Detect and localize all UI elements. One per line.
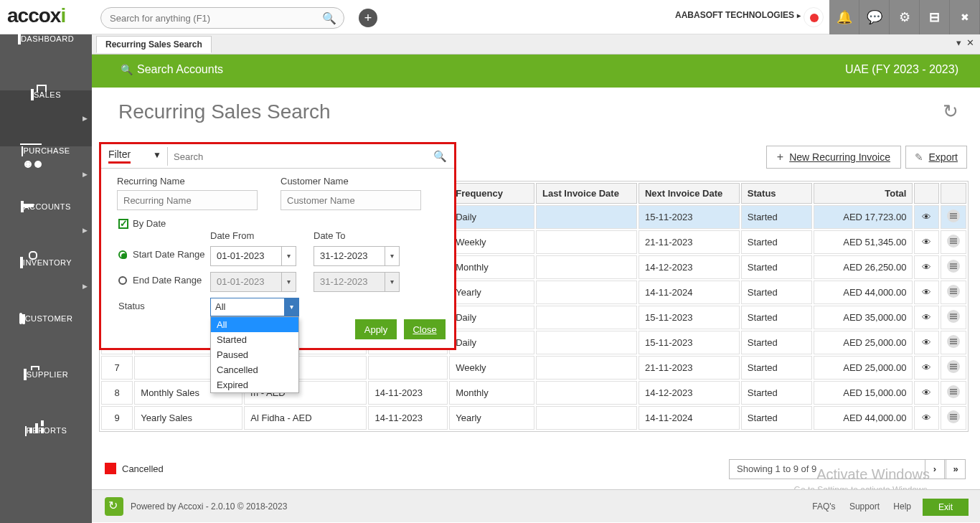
col-next[interactable]: Next Invoice Date <box>639 183 740 204</box>
filter-toggle-icon[interactable]: ▼ <box>153 150 161 160</box>
search-accounts-link[interactable]: Search Accounts <box>121 63 223 76</box>
tab-close-icon[interactable]: ✕ <box>966 37 974 48</box>
view-icon[interactable]: 👁 <box>914 281 938 304</box>
col-status[interactable]: Status <box>741 183 812 204</box>
start-date-from[interactable]: 01-01-2023▾ <box>210 246 296 266</box>
status-dropdown-list: All Started Paused Cancelled Expired <box>210 316 299 393</box>
global-search[interactable]: 🔍 <box>100 7 344 29</box>
filter-panel: Filter ▼ 🔍 Recurring Name Customer Name … <box>99 142 456 350</box>
col-menu <box>941 183 966 204</box>
add-button[interactable]: + <box>359 9 377 27</box>
col-last[interactable]: Last Invoice Date <box>536 183 637 204</box>
recurring-name-label: Recurring Name <box>117 176 185 187</box>
by-date-label: By Date <box>133 218 166 229</box>
view-icon[interactable]: 👁 <box>914 306 938 329</box>
row-menu-icon[interactable] <box>941 255 966 279</box>
new-recurring-invoice-button[interactable]: New Recurring Invoice <box>766 146 901 169</box>
view-icon[interactable]: 👁 <box>914 381 938 405</box>
filter-header: Filter ▼ 🔍 <box>101 144 454 169</box>
status-option[interactable]: Paused <box>211 347 298 362</box>
view-icon[interactable]: 👁 <box>914 255 938 279</box>
company-name[interactable]: AABASOFT TECHNOLOGIES▸ <box>675 10 801 20</box>
footer-support[interactable]: Support <box>849 501 880 512</box>
top-bar: accoxi 🔍 + AABASOFT TECHNOLOGIES▸ 🔔 💬 ⚙ … <box>0 0 980 34</box>
pager-last-icon[interactable]: » <box>946 459 966 479</box>
footer-links: FAQ's Support Help <box>801 501 911 512</box>
footer-logo-icon <box>105 497 123 516</box>
exit-button[interactable]: Exit <box>923 499 969 516</box>
global-search-input[interactable] <box>110 8 318 28</box>
close-button[interactable]: Close <box>404 319 446 339</box>
recurring-name-input[interactable] <box>117 190 258 210</box>
row-menu-icon[interactable] <box>941 381 966 405</box>
bell-icon[interactable]: 🔔 <box>829 0 859 34</box>
refresh-icon[interactable]: ↻ <box>943 100 958 123</box>
footer-faq[interactable]: FAQ's <box>812 501 835 512</box>
context-bar: Search Accounts UAE (FY 2023 - 2023) <box>92 55 980 88</box>
customer-name-label: Customer Name <box>281 176 349 187</box>
view-icon[interactable]: 👁 <box>914 406 938 430</box>
view-icon[interactable]: 👁 <box>914 205 938 229</box>
row-menu-icon[interactable] <box>941 306 966 329</box>
footer: Powered by Accoxi - 2.0.10 © 2018-2023 F… <box>92 489 980 522</box>
row-menu-icon[interactable] <box>941 205 966 229</box>
by-date-checkbox[interactable] <box>118 219 128 229</box>
footer-help[interactable]: Help <box>893 501 911 512</box>
chat-icon[interactable]: 💬 <box>859 0 890 34</box>
status-option[interactable]: Cancelled <box>211 362 298 377</box>
row-menu-icon[interactable] <box>941 230 966 254</box>
tab-dropdown-icon[interactable]: ▾ <box>956 37 961 48</box>
end-date-range-label: End Date Range <box>133 275 202 286</box>
nav-supplier[interactable]: SUPPLIER <box>0 370 92 426</box>
filter-search-icon[interactable]: 🔍 <box>433 150 447 163</box>
page-title: Recurring Sales Search <box>118 100 331 123</box>
filter-search-input[interactable] <box>167 147 433 166</box>
nav-customer[interactable]: CUSTOMER <box>0 314 92 370</box>
nav-reports[interactable]: REPORTS <box>0 426 92 482</box>
search-icon[interactable]: 🔍 <box>322 11 336 25</box>
company-avatar <box>804 7 824 27</box>
row-menu-icon[interactable] <box>941 356 966 380</box>
topbar-icons: 🔔 💬 ⚙ ⊟ ✖ <box>829 0 980 34</box>
date-to-label: Date To <box>314 230 346 241</box>
status-option[interactable]: Expired <box>211 377 298 392</box>
customer-name-input[interactable] <box>281 190 421 210</box>
status-option[interactable]: All <box>211 317 298 332</box>
table-row[interactable]: 9Yearly SalesAl Fidha - AED14-11-2023Yea… <box>101 406 966 430</box>
start-date-range-label: Start Date Range <box>133 249 204 260</box>
row-menu-icon[interactable] <box>941 406 966 430</box>
export-button[interactable]: Export <box>905 146 967 169</box>
status-select[interactable]: All▾ <box>210 298 299 316</box>
pager-text: Showing 1 to 9 of 9 <box>730 463 816 474</box>
status-option[interactable]: Started <box>211 332 298 347</box>
view-icon[interactable]: 👁 <box>914 331 938 354</box>
end-date-to: 31-12-2023▾ <box>314 272 400 292</box>
nav-sales[interactable]: SALES▶ <box>0 90 92 146</box>
start-date-to[interactable]: 31-12-2023▾ <box>314 246 400 266</box>
col-total[interactable]: Total <box>814 183 913 204</box>
view-icon[interactable]: 👁 <box>914 356 938 380</box>
nav-accounts[interactable]: ACCOUNTS▶ <box>0 202 92 258</box>
status-label: Status <box>118 301 145 311</box>
left-nav: DASHBOARD SALES▶ PURCHASE▶ ACCOUNTS▶ INV… <box>0 34 92 523</box>
row-menu-icon[interactable] <box>941 331 966 354</box>
footer-powered: Powered by Accoxi - 2.0.10 © 2018-2023 <box>131 501 287 512</box>
gear-icon[interactable]: ⚙ <box>890 0 920 34</box>
nav-purchase[interactable]: PURCHASE▶ <box>0 146 92 202</box>
fiscal-year-label: UAE (FY 2023 - 2023) <box>845 63 958 76</box>
col-view <box>914 183 938 204</box>
col-freq[interactable]: Frequency <box>449 183 534 204</box>
view-icon[interactable]: 👁 <box>914 230 938 254</box>
minimize-icon[interactable]: ⊟ <box>920 0 950 34</box>
apply-button[interactable]: Apply <box>355 319 397 339</box>
end-date-from: 01-01-2023▾ <box>210 272 296 292</box>
row-menu-icon[interactable] <box>941 281 966 304</box>
nav-dashboard[interactable]: DASHBOARD <box>0 34 92 90</box>
filter-label: Filter <box>108 149 131 164</box>
end-date-range-radio[interactable] <box>118 276 127 285</box>
start-date-range-radio[interactable] <box>118 250 127 259</box>
windows-watermark: Activate Windows <box>816 466 930 483</box>
nav-inventory[interactable]: INVENTORY▶ <box>0 258 92 314</box>
active-tab[interactable]: Recurring Sales Search <box>96 36 212 53</box>
close-window-icon[interactable]: ✖ <box>950 0 980 34</box>
